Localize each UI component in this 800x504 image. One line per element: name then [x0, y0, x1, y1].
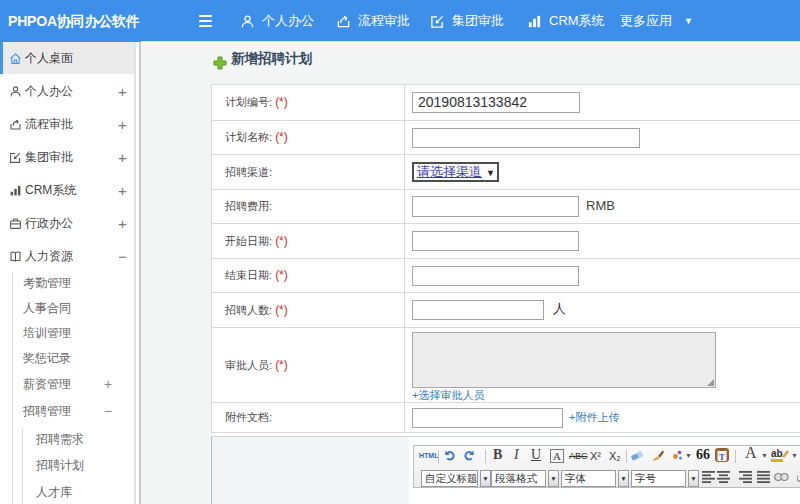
svg-text:T: T [719, 453, 725, 462]
